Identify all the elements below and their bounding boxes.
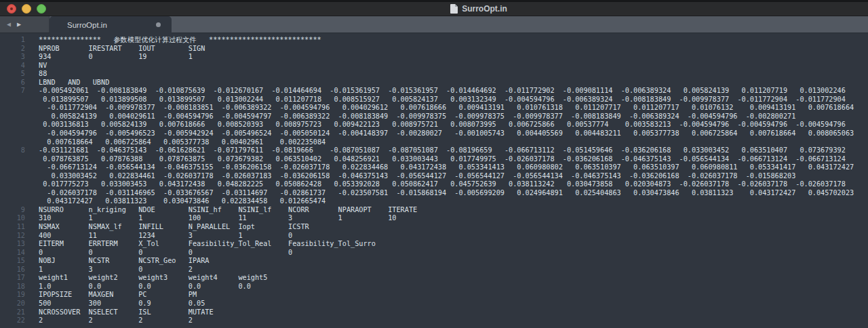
code-text: NPROB IRESTART IOUT SIGN (25, 45, 205, 54)
line-number: 19 (0, 291, 25, 300)
line-number: 10 (0, 214, 25, 223)
code-text: NV (25, 62, 47, 70)
code-line[interactable]: 4NV (0, 62, 868, 70)
line-number: 18 (0, 283, 25, 291)
tab-strip: ◀ ▶ SurroOpt.in (0, 16, 868, 33)
code-text: IPOPSIZE MAXGEN PC PM (25, 291, 197, 300)
code-text: *************** 参数模型优化计算过程文件 ***********… (25, 36, 321, 45)
code-line[interactable]: 6LBND AND UBND (0, 79, 868, 87)
code-line[interactable]: 12400 11 1234 3 1 0 (0, 232, 868, 241)
code-line[interactable]: 588 (0, 70, 868, 79)
code-text: 1 3 0 2 (25, 266, 193, 274)
code-text: LBND AND UBND (25, 79, 109, 87)
close-button[interactable] (7, 4, 16, 14)
code-line[interactable]: 3934 0 19 1 (0, 53, 868, 62)
line-number: 20 (0, 300, 25, 308)
code-text: -0.031121681 -0.046375143 -0.061628621 -… (25, 146, 854, 206)
code-line[interactable]: 181.0 0.0 0.0 0.0 0.0 (0, 283, 868, 291)
code-line[interactable]: 15NOBJ NCSTR NCSTR_Geo IPARA (0, 257, 868, 266)
code-text: 0 0 0 0 0 (25, 249, 292, 258)
line-number: 2 (0, 45, 25, 54)
editor[interactable]: 1*************** 参数模型优化计算过程文件 **********… (0, 33, 868, 325)
code-text: 88 (25, 70, 47, 79)
code-line[interactable]: 21NCROSSOVER NSELECT ISL MUTATE (0, 308, 868, 317)
line-number: 12 (0, 232, 25, 241)
code-text: NCROSSOVER NSELECT ISL MUTATE (25, 308, 214, 317)
code-line[interactable]: 1*************** 参数模型优化计算过程文件 **********… (0, 36, 868, 45)
code-text: NOBJ NCSTR NCSTR_Geo IPARA (25, 257, 209, 266)
code-line[interactable]: 8-0.031121681 -0.046375143 -0.061628621 … (0, 146, 868, 206)
code-text: NSURRO n_kriging NDOE NSINI_hf NSINI_lf … (25, 206, 417, 215)
tab-nav-back-icon[interactable]: ◀ (7, 21, 11, 28)
code-line[interactable]: 17weight1 weight2 weight3 weight4 weight… (0, 274, 868, 283)
window-title-area: SurroOpt.in (45, 2, 868, 16)
code-text: 310 1 1 100 11 3 1 10 (25, 214, 397, 223)
line-number: 21 (0, 308, 25, 317)
code-line[interactable]: 9NSURRO n_kriging NDOE NSINI_hf NSINI_lf… (0, 206, 868, 215)
code-text: 500 300 0.9 0.05 (25, 300, 205, 308)
code-line[interactable]: 11NSMAX NSMAX_lf INFILL N_PARALLEL Iopt … (0, 223, 868, 232)
line-number: 3 (0, 53, 25, 62)
code-line[interactable]: 7-0.005492061 -0.008183849 -0.010875639 … (0, 87, 868, 146)
code-text: 400 11 1234 3 1 0 (25, 232, 292, 241)
document-icon (450, 4, 458, 14)
tab-nav-forward-icon[interactable]: ▶ (17, 21, 21, 28)
code-line[interactable]: 2NPROB IRESTART IOUT SIGN (0, 45, 868, 54)
code-line[interactable]: 20500 300 0.9 0.05 (0, 300, 868, 308)
tab-nav-box: ◀ ▶ (0, 16, 50, 33)
line-number: 17 (0, 274, 25, 283)
tab-label: SurroOpt.in (67, 21, 156, 29)
line-number: 5 (0, 70, 25, 79)
window-controls (0, 4, 46, 14)
code-text: 934 0 19 1 (25, 53, 193, 62)
code-line[interactable]: 10310 1 1 100 11 3 1 10 (0, 214, 868, 223)
line-number: 4 (0, 62, 25, 70)
line-number: 22 (0, 316, 25, 325)
line-number: 9 (0, 206, 25, 215)
line-number: 13 (0, 240, 25, 249)
line-number: 8 (0, 146, 25, 155)
code-text: 2 2 2 2 (25, 316, 193, 325)
code-text: 1.0 0.0 0.0 0.0 0.0 (25, 283, 251, 291)
titlebar: SurroOpt.in (0, 2, 868, 16)
line-number: 11 (0, 223, 25, 232)
zoom-button[interactable] (37, 4, 46, 14)
line-number: 14 (0, 249, 25, 258)
code-line[interactable]: 140 0 0 0 0 (0, 249, 868, 258)
line-number: 7 (0, 87, 25, 96)
minimize-button[interactable] (22, 4, 31, 14)
line-number: 1 (0, 36, 25, 45)
window-title: SurroOpt.in (462, 4, 507, 14)
code-text: -0.005492061 -0.008183849 -0.010875639 -… (25, 87, 854, 146)
line-number: 16 (0, 266, 25, 274)
tab-surroopt[interactable]: SurroOpt.in (50, 16, 172, 33)
code-area[interactable]: 1*************** 参数模型优化计算过程文件 **********… (0, 36, 868, 325)
code-text: NSMAX NSMAX_lf INFILL N_PARALLEL Iopt IC… (25, 223, 309, 232)
line-number: 15 (0, 257, 25, 266)
code-line[interactable]: 13EITERM ERRTERM X_Tol Feasibility_Tol_R… (0, 240, 868, 249)
code-line[interactable]: 161 3 0 2 (0, 266, 868, 274)
code-text: EITERM ERRTERM X_Tol Feasibility_Tol_Rea… (25, 240, 376, 249)
code-text: weight1 weight2 weight3 weight4 weight5 (25, 274, 267, 283)
line-number: 6 (0, 79, 25, 87)
tab-modified-dot-icon (156, 22, 161, 27)
code-line[interactable]: 19IPOPSIZE MAXGEN PC PM (0, 291, 868, 300)
code-line[interactable]: 222 2 2 2 (0, 316, 868, 325)
